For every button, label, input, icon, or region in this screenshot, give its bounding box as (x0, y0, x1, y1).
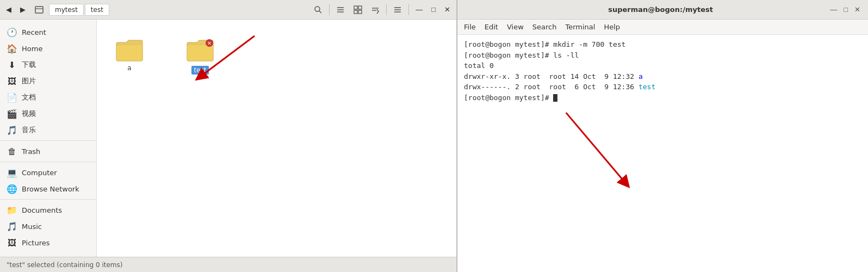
pictures2-icon: 🖼 (7, 76, 17, 86)
sidebar-item-label-music: Music (22, 222, 42, 231)
sidebar-item-label-downloads: 下载 (22, 60, 36, 70)
sidebar-item-computer[interactable]: 💻 Computer (0, 164, 96, 181)
term-minimize-button[interactable]: — (827, 4, 840, 15)
close-fm-button[interactable]: ✕ (441, 3, 454, 16)
arrow-annotation (157, 30, 320, 139)
music2-icon: 🎵 (7, 125, 17, 135)
menu-file[interactable]: File (460, 21, 480, 33)
menu-terminal[interactable]: Terminal (561, 21, 599, 33)
file-icon-a[interactable]: a (113, 36, 146, 74)
fm-statusbar: "test" selected (containing 0 items) (0, 257, 456, 272)
computer-icon: 💻 (7, 167, 17, 178)
sidebar-item-label-videos: 视频 (22, 109, 36, 119)
term-line-4: drwxr-xr-x. 3 root root 14 Oct 9 12:32 a (464, 71, 861, 82)
menu-search[interactable]: Search (528, 21, 561, 33)
fm-files[interactable]: a ✕ test (97, 20, 456, 257)
svg-point-2 (315, 7, 320, 11)
sidebar-item-label-trash: Trash (22, 147, 40, 156)
sidebar-item-pictures[interactable]: 🖼 Pictures (0, 234, 96, 251)
sidebar-item-music2[interactable]: 🎵 音乐 (0, 122, 96, 138)
maximize-button[interactable]: □ (427, 3, 439, 16)
fm-main: 🕐 Recent 🏠 Home ⬇ 下载 🖼 图片 📄 文档 🎬 视频 (0, 20, 456, 257)
svg-rect-9 (354, 10, 357, 14)
term-titlebar: superman@bogon:/mytest — □ ✕ (457, 0, 868, 20)
search-button[interactable] (310, 3, 326, 16)
term-line-2: [root@bogon mytest]# ls -ll (464, 50, 861, 61)
pictures-icon: 🖼 (7, 237, 17, 248)
trash-icon: 🗑 (7, 146, 17, 157)
documents2-icon: 📄 (7, 92, 17, 103)
menu-help[interactable]: Help (599, 21, 624, 33)
location-icon (34, 5, 44, 15)
sidebar-item-label-music2: 音乐 (22, 125, 36, 135)
sidebar-item-label-computer: Computer (22, 169, 57, 177)
sidebar-item-label-network: Browse Network (22, 185, 79, 193)
folder-a-icon (115, 38, 144, 63)
back-button[interactable]: ◀ (2, 3, 15, 16)
videos-icon: 🎬 (7, 108, 17, 119)
statusbar-text: "test" selected (containing 0 items) (7, 261, 122, 269)
sidebar-item-trash[interactable]: 🗑 Trash (0, 143, 96, 159)
documents-icon: 📁 (7, 205, 17, 215)
sidebar-item-videos[interactable]: 🎬 视频 (0, 106, 96, 122)
toolbar-separator-1 (329, 4, 330, 15)
recent-icon: 🕐 (7, 27, 17, 38)
sidebar-item-pictures2[interactable]: 🖼 图片 (0, 73, 96, 89)
term-link-test: test (638, 83, 655, 91)
forward-button[interactable]: ▶ (16, 3, 29, 16)
list-view-button[interactable] (332, 3, 349, 16)
home-icon: 🏠 (7, 43, 17, 54)
sidebar-divider-2 (0, 162, 96, 162)
sidebar-item-label-documents: Documents (22, 206, 62, 214)
file-label-test: test (191, 66, 208, 75)
sidebar-item-recent[interactable]: 🕐 Recent (0, 24, 96, 40)
menu-edit[interactable]: Edit (480, 21, 503, 33)
extra-button[interactable] (389, 3, 406, 16)
sort-button[interactable] (367, 3, 383, 16)
svg-rect-0 (35, 7, 43, 13)
file-label-a: a (127, 64, 131, 72)
search-icon (314, 5, 323, 14)
fm-sidebar: 🕐 Recent 🏠 Home ⬇ 下载 🖼 图片 📄 文档 🎬 视频 (0, 20, 97, 257)
sidebar-item-music[interactable]: 🎵 Music (0, 218, 96, 234)
file-icon-test[interactable]: ✕ test (184, 36, 216, 77)
network-icon: 🌐 (7, 183, 17, 194)
music-icon: 🎵 (7, 221, 17, 232)
toolbar-separator-3 (408, 4, 409, 15)
sidebar-item-documents2[interactable]: 📄 文档 (0, 89, 96, 106)
sidebar-item-label-pictures: Pictures (22, 239, 49, 247)
svg-rect-10 (358, 10, 362, 14)
sidebar-item-documents[interactable]: 📁 Documents (0, 202, 96, 218)
sidebar-item-downloads[interactable]: ⬇ 下载 (0, 57, 96, 73)
svg-line-17 (566, 113, 626, 183)
term-line-5: drwx------. 2 root root 6 Oct 9 12:36 te… (464, 82, 861, 92)
term-link-a: a (638, 72, 643, 81)
term-line-3: total 0 (464, 60, 861, 71)
minimize-button[interactable]: — (412, 3, 426, 16)
list-view-icon (336, 5, 345, 14)
term-close-button[interactable]: ✕ (851, 4, 864, 15)
sort-icon (371, 5, 380, 14)
folder-x-badge: ✕ (206, 39, 213, 47)
tab-mytest[interactable]: mytest (49, 4, 84, 16)
sidebar-item-label-recent: Recent (22, 28, 46, 36)
term-body[interactable]: [root@bogon mytest]# mkdir -m 700 test [… (457, 35, 868, 272)
sidebar-divider-3 (0, 199, 96, 200)
svg-rect-8 (358, 6, 362, 9)
term-cursor (553, 94, 557, 102)
menu-view[interactable]: View (503, 21, 528, 33)
sidebar-item-label-pictures2: 图片 (22, 76, 36, 86)
location-button[interactable] (30, 3, 48, 17)
sidebar-divider-1 (0, 140, 96, 141)
tab-test[interactable]: test (85, 4, 109, 16)
downloads-icon: ⬇ (7, 59, 17, 70)
extra-icon (393, 5, 402, 14)
svg-rect-7 (354, 6, 357, 9)
term-maximize-button[interactable]: □ (840, 4, 851, 15)
terminal-window: superman@bogon:/mytest — □ ✕ File Edit V… (457, 0, 868, 272)
icon-view-icon (354, 5, 362, 14)
sidebar-item-network[interactable]: 🌐 Browse Network (0, 181, 96, 197)
icon-view-button[interactable] (350, 3, 366, 16)
toolbar-separator-2 (386, 4, 387, 15)
sidebar-item-home[interactable]: 🏠 Home (0, 40, 96, 57)
